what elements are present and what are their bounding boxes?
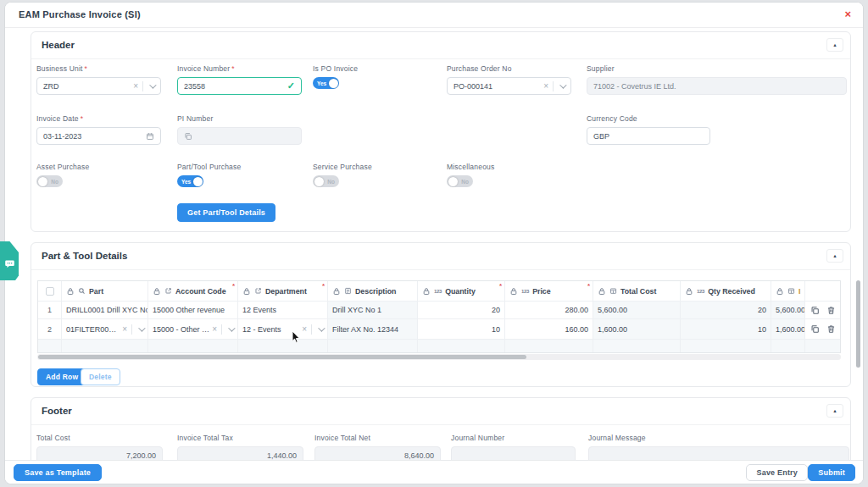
clear-icon[interactable]: × xyxy=(120,324,131,334)
col-part[interactable]: Part xyxy=(62,281,148,301)
invoice-date-input[interactable]: 03-11-2023 xyxy=(36,127,161,145)
pi-number-label: PI Number xyxy=(177,114,302,123)
chevron-down-icon[interactable] xyxy=(228,324,235,331)
save-as-template-button[interactable]: Save as Template xyxy=(14,464,102,481)
text-field-icon xyxy=(344,287,352,295)
col-account-code[interactable]: Account Code * xyxy=(148,281,238,301)
part-tool-purchase-label: Part/Tool Purchase xyxy=(177,163,241,171)
invoice-number-input[interactable]: 23558 ✓ xyxy=(177,77,302,95)
is-po-invoice-label: Is PO Invoice xyxy=(313,64,358,73)
grid-type-icon xyxy=(787,287,795,295)
close-icon[interactable]: × xyxy=(844,8,851,21)
miscellaneous-toggle[interactable]: No xyxy=(447,175,473,187)
clear-icon[interactable]: × xyxy=(131,81,142,91)
cell-part-select[interactable]: 01FILTER001 - Filter A... × xyxy=(62,319,148,339)
lock-icon xyxy=(153,287,161,296)
col-quantity[interactable]: 123 Quantity * xyxy=(418,281,505,301)
clear-icon[interactable]: × xyxy=(542,81,553,91)
submit-button[interactable]: Submit xyxy=(808,464,855,481)
select-all-checkbox[interactable] xyxy=(46,287,54,296)
cell-department[interactable]: 12 Events xyxy=(238,302,328,318)
calendar-icon[interactable] xyxy=(146,132,154,141)
chevron-down-icon[interactable] xyxy=(559,81,566,88)
footer-section: Footer ▲ Total Cost 7,200.00 Before VAT … xyxy=(31,397,851,465)
col-department[interactable]: Department * xyxy=(238,281,328,301)
table-row[interactable]: 2 01FILTER001 - Filter A... × 15000 - Ot… xyxy=(38,319,840,340)
external-link-icon xyxy=(254,287,262,295)
cell-account-code-select[interactable]: 15000 - Other reven... × xyxy=(148,319,238,339)
asset-purchase-label: Asset Purchase xyxy=(36,163,89,171)
col-total-cost[interactable]: Total Cost xyxy=(593,281,681,301)
titlebar: EAM Purchase Invoice (SI) × xyxy=(5,3,863,28)
table-horizontal-scrollbar[interactable] xyxy=(37,354,841,360)
delete-row-icon[interactable] xyxy=(826,306,836,315)
external-link-icon xyxy=(164,287,172,295)
business-unit-label: Business Unit* xyxy=(36,64,161,73)
lock-icon xyxy=(685,287,693,296)
currency-code-label: Currency Code xyxy=(587,114,710,123)
invoice-total-net-label: Invoice Total Net xyxy=(314,434,441,442)
cell-qty-received: 10 xyxy=(681,319,771,339)
cell-description[interactable]: Drill XYC No 1 xyxy=(328,302,418,318)
service-purchase-toggle[interactable]: No xyxy=(313,175,339,187)
journal-message-label: Journal Message xyxy=(588,434,849,442)
parts-collapse-button[interactable]: ▲ xyxy=(826,249,843,263)
chevron-down-icon[interactable] xyxy=(149,81,156,88)
valid-check-icon: ✓ xyxy=(287,80,295,91)
total-cost-label: Total Cost xyxy=(36,434,163,442)
search-icon xyxy=(78,287,86,295)
lock-icon xyxy=(66,287,75,296)
journal-number-label: Journal Number xyxy=(451,434,576,442)
delete-row-icon[interactable] xyxy=(826,324,836,334)
invoice-number-label: Invoice Number* xyxy=(177,64,302,73)
cell-department-select[interactable]: 12 - Events × xyxy=(238,319,328,339)
chevron-down-icon[interactable] xyxy=(318,324,325,331)
empty-row xyxy=(38,340,840,352)
modal-vertical-scrollbar[interactable] xyxy=(856,280,860,368)
modal-window: EAM Purchase Invoice (SI) × Header ▲ Bus… xyxy=(4,2,864,484)
add-row-button[interactable]: Add Row xyxy=(37,368,86,385)
copy-row-icon[interactable] xyxy=(810,306,820,315)
lock-icon xyxy=(598,287,606,296)
service-purchase-label: Service Purchase xyxy=(313,163,372,171)
cell-price[interactable]: 280.00 xyxy=(505,302,593,318)
currency-code-input[interactable]: GBP xyxy=(587,127,710,145)
col-truncated[interactable]: I xyxy=(771,281,805,301)
bottom-action-bar: Save as Template Save Entry Submit xyxy=(5,460,863,484)
number-type-icon: 123 xyxy=(697,289,704,294)
cell-part[interactable]: DRILL0001 Drill XYC No 1 xyxy=(62,302,148,318)
footer-section-title: Footer xyxy=(42,406,72,416)
save-entry-button[interactable]: Save Entry xyxy=(746,464,808,481)
business-unit-select[interactable]: ZRD × xyxy=(36,77,161,95)
invoice-total-tax-label: Invoice Total Tax xyxy=(177,434,303,442)
chevron-down-icon[interactable] xyxy=(138,324,145,331)
cell-description[interactable]: Filter AX No. 12344 xyxy=(328,319,418,339)
col-qty-received[interactable]: 123 Qty Received xyxy=(681,281,771,301)
chat-icon xyxy=(4,258,15,269)
miscellaneous-label: Miscellaneous xyxy=(447,163,494,171)
table-row[interactable]: 1 DRILL0001 Drill XYC No 1 15000 Other r… xyxy=(38,302,840,319)
clear-icon[interactable]: × xyxy=(300,324,311,334)
clear-icon[interactable]: × xyxy=(210,324,221,334)
cell-price[interactable]: 160.00 xyxy=(505,319,593,339)
scrollbar-thumb[interactable] xyxy=(38,355,526,359)
purchase-order-no-select[interactable]: PO-000141 × xyxy=(447,77,571,95)
is-po-invoice-toggle[interactable]: Yes xyxy=(313,77,339,89)
footer-collapse-button[interactable]: ▲ xyxy=(826,404,843,418)
col-price[interactable]: 123 Price * xyxy=(505,281,593,301)
part-tool-purchase-toggle[interactable]: Yes xyxy=(177,175,203,187)
lock-icon xyxy=(422,287,431,296)
header-collapse-button[interactable]: ▲ xyxy=(826,38,843,52)
table-header-row: Part Account Code * Department * xyxy=(38,281,840,302)
delete-button[interactable]: Delete xyxy=(81,368,120,385)
lock-icon xyxy=(242,287,251,296)
col-description[interactable]: Description xyxy=(328,281,418,301)
copy-icon[interactable] xyxy=(184,132,192,141)
asset-purchase-toggle[interactable]: No xyxy=(36,175,63,187)
cell-quantity[interactable]: 20 xyxy=(418,302,505,318)
get-part-tool-details-button[interactable]: Get Part/Tool Details xyxy=(177,203,275,222)
cell-account-code[interactable]: 15000 Other revenue xyxy=(148,302,238,318)
copy-row-icon[interactable] xyxy=(810,324,820,334)
cell-quantity[interactable]: 10 xyxy=(418,319,505,339)
purchase-order-no-label: Purchase Order No xyxy=(447,64,571,73)
